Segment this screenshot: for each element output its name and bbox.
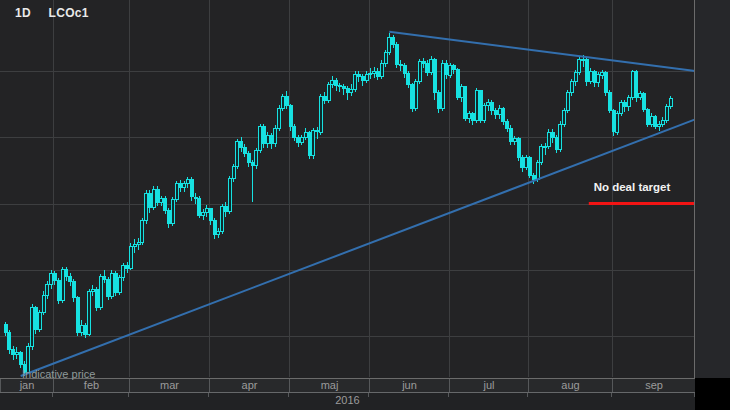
candle-body [164, 198, 167, 210]
candle-body [635, 71, 638, 98]
candle-body [407, 74, 410, 85]
candle-body [186, 180, 189, 184]
candle-body [426, 63, 429, 72]
candle-body [335, 80, 338, 85]
x-axis-month-strip[interactable]: janfebmaraprmajjunjulaugsep [0, 378, 695, 393]
candle-body [175, 184, 178, 200]
candle-body [133, 245, 136, 246]
candle-body [517, 139, 520, 158]
no-deal-target-label: No deal target [586, 181, 678, 193]
candle-body [661, 120, 664, 124]
candle-body [449, 66, 452, 75]
candle-body [114, 274, 117, 293]
candle-body [148, 193, 151, 208]
candle-body [80, 326, 83, 333]
candle-body [612, 111, 615, 132]
candle-body [126, 266, 129, 269]
candle-body [156, 189, 159, 202]
candle-body [388, 38, 391, 53]
candle-body [316, 131, 319, 132]
candlestick-chart-canvas[interactable]: 50,0045,0040,0035,0030,00 [0, 0, 730, 410]
candle-body [650, 116, 653, 124]
candle-body [15, 352, 18, 355]
candle-body [411, 84, 414, 108]
candle-body [327, 84, 330, 100]
candle-body [50, 274, 53, 285]
candle-body [468, 113, 471, 118]
candle-body [502, 108, 505, 121]
candle-body [555, 137, 558, 149]
candle-body [566, 92, 569, 111]
candle-body [167, 210, 170, 223]
candle-body [620, 103, 623, 114]
candle-body [251, 163, 254, 166]
candle-body [240, 141, 243, 148]
candle-body [346, 88, 349, 92]
candle-body [464, 87, 467, 119]
candle-body [631, 71, 634, 98]
candle-body [76, 298, 79, 333]
candle-body [319, 96, 322, 132]
candle-body [441, 63, 444, 108]
candle-body [487, 103, 490, 106]
candle-body [110, 274, 113, 297]
x-axis-month-label: aug [528, 379, 612, 392]
price-axis-column[interactable] [695, 0, 730, 378]
candle-body [308, 132, 311, 156]
candle-body [570, 82, 573, 93]
candle-body [361, 76, 364, 80]
candle-body [646, 109, 649, 124]
candle-body [61, 270, 64, 301]
candle-body [152, 189, 155, 208]
candle-body [551, 132, 554, 137]
candle-body [509, 128, 512, 141]
candle-body [384, 52, 387, 63]
candle-body [300, 137, 303, 142]
candle-body [392, 38, 395, 45]
candle-body [559, 124, 562, 149]
candle-body [616, 113, 619, 132]
candle-body [380, 63, 383, 76]
candle-body [369, 74, 372, 75]
candle-body [202, 213, 205, 216]
candle-body [179, 184, 182, 188]
candle-body [338, 86, 341, 87]
candle-body [536, 163, 539, 180]
candle-body [255, 151, 258, 166]
candle-body [69, 277, 72, 282]
candle-body [183, 184, 186, 188]
ascending-support-trendline[interactable] [21, 119, 696, 376]
candle-body [12, 350, 15, 355]
candle-body [350, 90, 353, 93]
year-label: 2016 [335, 394, 359, 406]
candle-body [198, 198, 201, 215]
x-axis-year-tick [368, 393, 369, 397]
candle-body [209, 209, 212, 221]
candle-body [247, 153, 250, 162]
candle-body [456, 70, 459, 98]
candle-body [99, 277, 102, 308]
candle-body [597, 75, 600, 83]
candle-body [190, 180, 193, 197]
candle-body [532, 176, 535, 180]
x-axis-month-label: jun [369, 379, 449, 392]
candle-body [84, 326, 87, 335]
candle-body [34, 307, 37, 330]
candle-body [430, 59, 433, 72]
x-axis-year-strip[interactable]: 2016 [0, 393, 695, 410]
candle-body [498, 108, 501, 115]
candle-body [4, 324, 7, 332]
candle-body [88, 291, 91, 335]
timeframe-label[interactable]: 1D [15, 6, 31, 20]
candle-body [604, 72, 607, 92]
candle-body [122, 266, 125, 278]
candle-body [471, 113, 474, 120]
x-axis-month-label: apr [209, 379, 289, 392]
symbol-label[interactable]: LCOc1 [49, 6, 89, 20]
x-axis-month-label: maj [289, 379, 369, 392]
candle-body [281, 96, 284, 108]
candle-body [19, 352, 22, 364]
candle-body [547, 132, 550, 147]
candle-body [129, 246, 132, 269]
candle-body [418, 62, 421, 82]
